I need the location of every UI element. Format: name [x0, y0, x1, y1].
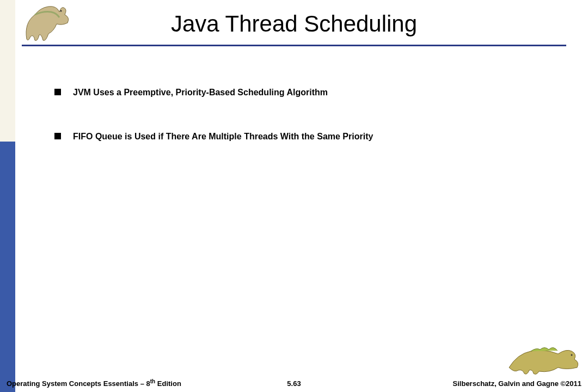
bullet-item: JVM Uses a Preemptive, Priority-Based Sc… — [54, 87, 555, 99]
slide: Java Thread Scheduling JVM Uses a Preemp… — [0, 0, 588, 392]
bullet-item: FIFO Queue is Used if There Are Multiple… — [54, 131, 555, 143]
bullet-square-icon — [54, 89, 61, 95]
title-underline — [22, 45, 566, 46]
footer-right: Silberschatz, Galvin and Gagne ©2011 — [453, 379, 581, 388]
slide-title: Java Thread Scheduling — [0, 11, 588, 37]
bullet-square-icon — [54, 133, 61, 139]
svg-point-1 — [571, 354, 573, 356]
sidebar-bottom — [0, 142, 15, 392]
bullet-text: JVM Uses a Preemptive, Priority-Based Sc… — [73, 87, 328, 99]
bullet-text: FIFO Queue is Used if There Are Multiple… — [73, 131, 373, 143]
content-area: JVM Uses a Preemptive, Priority-Based Sc… — [54, 87, 555, 175]
footer: Operating System Concepts Essentials – 8… — [0, 376, 588, 388]
dinosaur-bottom-icon — [506, 338, 583, 376]
